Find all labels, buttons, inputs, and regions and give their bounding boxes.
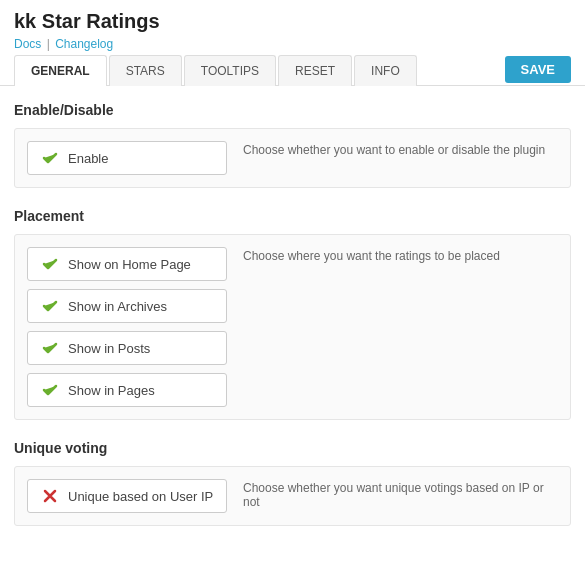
docs-link[interactable]: Docs: [14, 37, 41, 51]
unique-ip-icon: [40, 486, 60, 506]
link-separator: |: [47, 37, 50, 51]
unique-ip-label: Unique based on User IP: [68, 489, 213, 504]
placement-description: Choose where you want the ratings to be …: [243, 247, 558, 263]
show-home-icon: [40, 254, 60, 274]
section-title-unique: Unique voting: [14, 440, 571, 456]
section-title-enable: Enable/Disable: [14, 102, 571, 118]
show-archives-icon: [40, 296, 60, 316]
show-archives-label: Show in Archives: [68, 299, 167, 314]
section-body-placement: Show on Home Page Show in Archives Show …: [14, 234, 571, 420]
enable-check-icon: [40, 148, 60, 168]
section-body-unique: Unique based on User IP Choose whether y…: [14, 466, 571, 526]
enable-description: Choose whether you want to enable or dis…: [243, 141, 558, 157]
page-header: kk Star Ratings Docs | Changelog: [0, 0, 585, 55]
show-pages-label: Show in Pages: [68, 383, 155, 398]
show-home-label: Show on Home Page: [68, 257, 191, 272]
controls-enable: Enable: [27, 141, 227, 175]
section-body-enable: Enable Choose whether you want to enable…: [14, 128, 571, 188]
tab-info[interactable]: INFO: [354, 55, 417, 86]
show-pages-icon: [40, 380, 60, 400]
show-archives-button[interactable]: Show in Archives: [27, 289, 227, 323]
unique-ip-button[interactable]: Unique based on User IP: [27, 479, 227, 513]
controls-unique: Unique based on User IP: [27, 479, 227, 513]
tab-general[interactable]: GENERAL: [14, 55, 107, 86]
section-enable-disable: Enable/Disable Enable Choose whether you…: [14, 102, 571, 188]
section-placement: Placement Show on Home Page Show in Arch…: [14, 208, 571, 420]
show-pages-button[interactable]: Show in Pages: [27, 373, 227, 407]
enable-label: Enable: [68, 151, 108, 166]
save-button[interactable]: SAVE: [505, 56, 571, 83]
tabs-bar: GENERAL STARS TOOLTIPS RESET INFO SAVE: [0, 55, 585, 86]
tab-stars[interactable]: STARS: [109, 55, 182, 86]
section-unique-voting: Unique voting Unique based on User IP Ch…: [14, 440, 571, 526]
header-links: Docs | Changelog: [14, 37, 571, 51]
section-title-placement: Placement: [14, 208, 571, 224]
tab-tooltips[interactable]: TOOLTIPS: [184, 55, 276, 86]
show-posts-button[interactable]: Show in Posts: [27, 331, 227, 365]
controls-placement: Show on Home Page Show in Archives Show …: [27, 247, 227, 407]
page-title: kk Star Ratings: [14, 10, 571, 33]
show-home-button[interactable]: Show on Home Page: [27, 247, 227, 281]
changelog-link[interactable]: Changelog: [55, 37, 113, 51]
tab-reset[interactable]: RESET: [278, 55, 352, 86]
main-content: Enable/Disable Enable Choose whether you…: [0, 86, 585, 562]
enable-button[interactable]: Enable: [27, 141, 227, 175]
show-posts-icon: [40, 338, 60, 358]
show-posts-label: Show in Posts: [68, 341, 150, 356]
unique-description: Choose whether you want unique votings b…: [243, 479, 558, 509]
